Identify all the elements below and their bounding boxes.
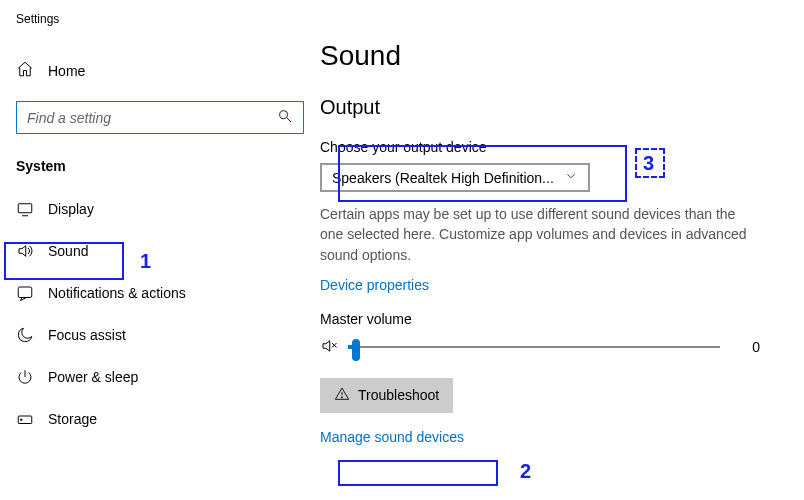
output-heading: Output bbox=[320, 96, 794, 119]
svg-point-6 bbox=[21, 419, 23, 421]
notifications-icon bbox=[16, 284, 34, 302]
home-nav[interactable]: Home bbox=[0, 50, 320, 91]
troubleshoot-button[interactable]: Troubleshoot bbox=[320, 378, 453, 413]
output-description: Certain apps may be set up to use differ… bbox=[320, 204, 760, 265]
svg-point-0 bbox=[280, 111, 288, 119]
search-icon bbox=[277, 108, 293, 127]
svg-rect-2 bbox=[18, 204, 32, 213]
sidebar-item-label: Power & sleep bbox=[48, 369, 138, 385]
chevron-down-icon bbox=[564, 169, 578, 186]
device-properties-link[interactable]: Device properties bbox=[320, 277, 429, 293]
sidebar-item-sound[interactable]: Sound bbox=[0, 230, 320, 272]
sidebar-item-label: Notifications & actions bbox=[48, 285, 186, 301]
output-device-selected: Speakers (Realtek High Definition... bbox=[332, 170, 554, 186]
output-device-label: Choose your output device bbox=[320, 139, 794, 155]
sidebar-item-focus-assist[interactable]: Focus assist bbox=[0, 314, 320, 356]
volume-value: 0 bbox=[730, 339, 760, 355]
warning-icon bbox=[334, 386, 350, 405]
svg-rect-4 bbox=[18, 287, 32, 298]
troubleshoot-label: Troubleshoot bbox=[358, 387, 439, 403]
sidebar-item-label: Storage bbox=[48, 411, 97, 427]
home-icon bbox=[16, 60, 34, 81]
sidebar-item-label: Sound bbox=[48, 243, 88, 259]
sidebar-item-notifications[interactable]: Notifications & actions bbox=[0, 272, 320, 314]
page-title: Sound bbox=[320, 40, 794, 72]
content-area: Sound Output Choose your output device S… bbox=[320, 0, 804, 500]
sidebar-item-storage[interactable]: Storage bbox=[0, 398, 320, 440]
sidebar-item-label: Display bbox=[48, 201, 94, 217]
search-input[interactable] bbox=[27, 110, 277, 126]
storage-icon bbox=[16, 410, 34, 428]
app-title: Settings bbox=[0, 12, 320, 50]
sidebar-item-label: Focus assist bbox=[48, 327, 126, 343]
sidebar: Settings Home System Display Sound Notif… bbox=[0, 0, 320, 500]
search-box[interactable] bbox=[16, 101, 304, 134]
volume-slider[interactable] bbox=[348, 346, 720, 348]
svg-point-10 bbox=[341, 397, 342, 398]
volume-slider-thumb[interactable] bbox=[352, 339, 360, 361]
power-icon bbox=[16, 368, 34, 386]
sidebar-section-title: System bbox=[0, 154, 320, 188]
sidebar-item-power[interactable]: Power & sleep bbox=[0, 356, 320, 398]
home-label: Home bbox=[48, 63, 85, 79]
master-volume-label: Master volume bbox=[320, 311, 794, 327]
sidebar-item-display[interactable]: Display bbox=[0, 188, 320, 230]
display-icon bbox=[16, 200, 34, 218]
output-device-dropdown[interactable]: Speakers (Realtek High Definition... bbox=[320, 163, 590, 192]
volume-mute-icon[interactable] bbox=[320, 337, 338, 358]
focus-assist-icon bbox=[16, 326, 34, 344]
master-volume-row: 0 bbox=[320, 337, 760, 358]
manage-sound-devices-link[interactable]: Manage sound devices bbox=[320, 429, 464, 445]
sound-icon bbox=[16, 242, 34, 260]
svg-line-1 bbox=[287, 118, 291, 122]
